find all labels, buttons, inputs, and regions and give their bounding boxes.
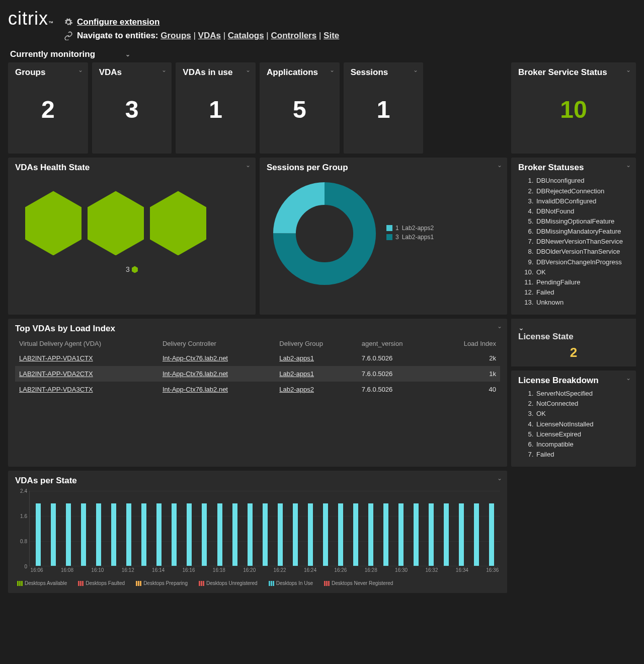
citrix-logo: citrix™	[8, 6, 54, 29]
bar[interactable]	[474, 503, 479, 566]
license-item: LicenseExpired	[535, 429, 629, 439]
broker-status-item: DBNotFound	[535, 206, 629, 216]
bar[interactable]	[353, 503, 358, 566]
kpi-vdas: ⌄ VDAs3	[92, 62, 172, 154]
chevron-down-icon[interactable]: ⌄	[78, 66, 83, 73]
chevron-down-icon[interactable]: ⌄	[162, 66, 167, 73]
table-header: Delivery Group	[275, 337, 357, 350]
bar[interactable]	[444, 503, 449, 566]
monitoring-label: Currently monitoring⌄	[8, 49, 636, 59]
table-header: agent_version	[358, 337, 436, 350]
license-item: LicenseNotInstalled	[535, 419, 629, 429]
bar[interactable]	[126, 503, 131, 566]
table-link[interactable]: LAB2INT-APP-VDA1CTX	[19, 354, 93, 362]
donut-legend: 1 Lab2-apps2 3 Lab2-apps1	[386, 225, 434, 243]
legend-item: Desktops Never Registered	[324, 580, 393, 586]
broker-status-item: DBUnconfigured	[535, 176, 629, 186]
navigate-label: Navigate to entities:	[77, 31, 158, 40]
table-header: Delivery Controller	[158, 337, 275, 350]
table-link[interactable]: Int-App-Ctx76.lab2.net	[163, 354, 228, 362]
license-item: OK	[535, 409, 629, 419]
bar[interactable]	[263, 503, 268, 566]
nav-controllers[interactable]: Controllers	[271, 31, 317, 40]
nav-groups[interactable]: Groups	[160, 31, 191, 40]
chevron-down-icon[interactable]: ⌄	[413, 66, 418, 73]
table-row[interactable]: LAB2INT-APP-VDA1CTXInt-App-Ctx76.lab2.ne…	[15, 350, 500, 366]
bar[interactable]	[414, 503, 419, 566]
bar[interactable]	[96, 503, 101, 566]
bar[interactable]	[217, 503, 222, 566]
bar[interactable]	[202, 503, 207, 566]
hex-mini-icon	[132, 266, 138, 273]
nav-site[interactable]: Site	[324, 31, 339, 40]
bar[interactable]	[51, 503, 56, 566]
license-item: NotConnected	[535, 399, 629, 409]
chevron-down-icon[interactable]: ⌄	[497, 162, 502, 169]
bar[interactable]	[81, 503, 86, 566]
chevron-down-icon[interactable]: ⌄	[626, 375, 631, 382]
nav-vdas[interactable]: VDAs	[198, 31, 221, 40]
bar[interactable]	[156, 503, 162, 566]
table-row[interactable]: LAB2INT-APP-VDA2CTXInt-App-Ctx76.lab2.ne…	[15, 366, 500, 382]
hex-health-2[interactable]	[88, 191, 144, 255]
bar[interactable]	[278, 503, 283, 566]
table-link[interactable]: LAB2INT-APP-VDA2CTX	[19, 370, 93, 378]
top-vdas-table: Virtual Delivery Agent (VDA)Delivery Con…	[15, 337, 500, 397]
table-row[interactable]: LAB2INT-APP-VDA3CTXInt-App-Ctx76.lab2.ne…	[15, 382, 500, 397]
table-link[interactable]: Int-App-Ctx76.lab2.net	[163, 386, 228, 393]
bar[interactable]	[368, 503, 373, 566]
header-links: Configure extension Navigate to entities…	[64, 6, 339, 42]
chevron-down-icon[interactable]: ⌄	[246, 66, 251, 73]
broker-status-item: OK	[535, 267, 629, 277]
broker-status-item: Failed	[535, 287, 629, 298]
bar[interactable]	[36, 503, 41, 566]
panel-vdas-health: ⌄ VDAs Health State 3	[8, 158, 256, 315]
panel-license-state: ⌄ License State 2	[511, 319, 636, 366]
legend-item: Desktops Preparing	[136, 580, 188, 586]
chevron-down-icon[interactable]: ⌄	[497, 475, 502, 482]
nav-catalogs[interactable]: Catalogs	[228, 31, 264, 40]
panel-sessions-per-group: ⌄ Sessions per Group 1 Lab2-apps2 3 Lab2…	[260, 158, 507, 315]
kpi-applications: ⌄ Applications5	[260, 62, 340, 154]
broker-status-item: DBNewerVersionThanService	[535, 237, 629, 247]
chevron-down-icon[interactable]: ⌄	[518, 324, 524, 332]
bar[interactable]	[338, 503, 343, 566]
chevron-down-icon[interactable]: ⌄	[330, 66, 335, 73]
table-link[interactable]: Lab2-apps2	[279, 386, 314, 393]
chevron-down-icon[interactable]: ⌄	[497, 323, 502, 330]
table-link[interactable]: Int-App-Ctx76.lab2.net	[163, 370, 228, 378]
legend-item: Desktops In Use	[269, 580, 313, 586]
broker-status-item: Unknown	[535, 298, 629, 308]
bar[interactable]	[232, 503, 237, 566]
chevron-down-icon[interactable]: ⌄	[125, 51, 130, 58]
bar[interactable]	[111, 503, 116, 566]
bar[interactable]	[187, 503, 192, 566]
bar[interactable]	[323, 503, 328, 566]
bar[interactable]	[308, 503, 313, 566]
kpi-broker-status: ⌄ Broker Service Status10	[511, 62, 636, 154]
configure-extension-link[interactable]: Configure extension	[77, 15, 159, 29]
link-icon	[64, 31, 73, 40]
chevron-down-icon[interactable]: ⌄	[246, 162, 251, 169]
chevron-down-icon[interactable]: ⌄	[626, 162, 631, 169]
table-link[interactable]: Lab2-apps1	[279, 370, 314, 378]
broker-status-item: DBVersionChangeInProgress	[535, 257, 629, 267]
bar[interactable]	[293, 503, 298, 566]
bar[interactable]	[141, 503, 146, 566]
bar-chart: 00.81.62.4 16:0616:0816:1016:1216:1416:1…	[15, 491, 500, 576]
bar[interactable]	[459, 503, 464, 566]
bar[interactable]	[66, 503, 71, 566]
table-link[interactable]: Lab2-apps1	[279, 354, 314, 362]
hex-health-3[interactable]	[150, 191, 206, 255]
bar[interactable]	[429, 503, 434, 566]
header: citrix™ Configure extension Navigate to …	[8, 6, 636, 42]
chevron-down-icon[interactable]: ⌄	[626, 66, 631, 73]
bar[interactable]	[489, 503, 494, 566]
bar[interactable]	[383, 503, 388, 566]
legend-item: Desktops Unregistered	[199, 580, 258, 586]
bar[interactable]	[248, 503, 253, 566]
bar[interactable]	[172, 503, 177, 566]
bar[interactable]	[398, 503, 404, 566]
table-link[interactable]: LAB2INT-APP-VDA3CTX	[19, 386, 93, 393]
hex-health-1[interactable]	[25, 191, 82, 255]
